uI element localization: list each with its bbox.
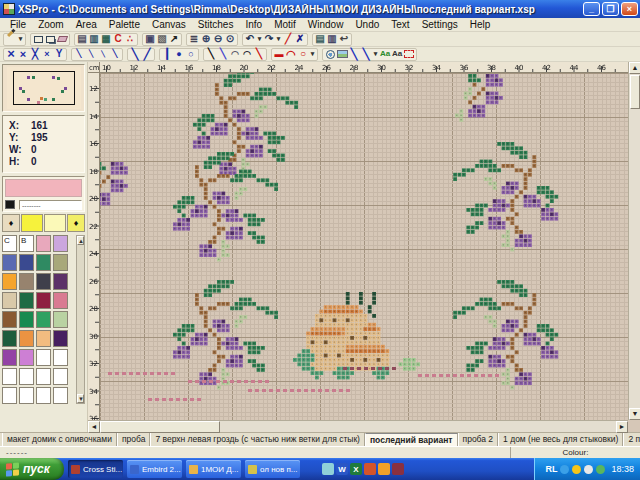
pattern-tab-5[interactable]: 1 дом (не весь для стыковки) <box>498 433 623 446</box>
pattern-repeat-icon[interactable]: ∴ <box>124 33 136 45</box>
menu-item-canvas[interactable]: Canvas <box>146 19 192 30</box>
taskbar-task-3[interactable]: ол нов п... <box>245 460 300 478</box>
vertical-stitch-icon[interactable]: ┃ <box>161 48 173 60</box>
french-knot-filled-icon[interactable]: ● <box>173 48 185 60</box>
palette-swatch-r3c3[interactable] <box>53 292 68 309</box>
palette-swatch-r7c1[interactable] <box>19 368 34 385</box>
fabric-swatch-2[interactable] <box>44 214 66 232</box>
palette-swatch-r5c3[interactable] <box>53 330 68 347</box>
ruler-toggle-icon[interactable]: ≣ <box>188 33 200 45</box>
print-sheet-icon[interactable]: ▧ <box>156 33 168 45</box>
palette-swatch-r6c1[interactable] <box>19 349 34 366</box>
horizontal-scrollbar[interactable]: ◄ ► <box>88 420 628 432</box>
menu-item-info[interactable]: Info <box>239 19 268 30</box>
quarter-stitch-tl-icon[interactable]: ╲ <box>73 48 85 60</box>
menu-item-settings[interactable]: Settings <box>416 19 464 30</box>
half-cross-stitch-icon[interactable]: × <box>17 48 29 60</box>
tray-icon-1[interactable] <box>572 465 581 474</box>
media-app-icon[interactable] <box>392 463 404 475</box>
flip-motif-icon[interactable]: ▦ <box>100 33 112 45</box>
copy-motif-icon[interactable]: ▤ <box>76 33 88 45</box>
palette-swatch-r0c3[interactable] <box>53 235 68 252</box>
backstitch-marked-icon[interactable]: ╲ <box>217 48 229 60</box>
palette-swatch-r1c3[interactable] <box>53 254 68 271</box>
select-rect-tool[interactable] <box>32 33 44 45</box>
full-cross-stitch-icon[interactable]: × <box>5 48 17 60</box>
menu-item-text[interactable]: Text <box>385 19 415 30</box>
marker-dropdown[interactable]: ▾ <box>372 48 379 60</box>
menu-item-stitches[interactable]: Stitches <box>192 19 240 30</box>
maximize-button[interactable]: ❐ <box>602 2 619 16</box>
menu-item-help[interactable]: Help <box>464 19 497 30</box>
pattern-preview[interactable] <box>2 64 85 112</box>
taskbar-task-1[interactable]: Embird 2... <box>127 460 182 478</box>
menu-item-window[interactable]: Window <box>302 19 350 30</box>
thread-code-field[interactable]: -------- <box>19 200 82 210</box>
palette-swatch-r5c1[interactable] <box>19 330 34 347</box>
menu-item-palette[interactable]: Palette <box>103 19 146 30</box>
redo-icon[interactable]: ↷ <box>263 33 275 45</box>
redo-dropdown[interactable]: ▾ <box>275 33 282 45</box>
photoshop-icon[interactable] <box>364 463 376 475</box>
black-colour-swatch[interactable] <box>5 200 15 209</box>
red-circle-icon[interactable]: ○ <box>297 48 309 60</box>
palette-swatch-r4c3[interactable] <box>53 311 68 328</box>
fabric-swatch-1[interactable] <box>21 214 43 232</box>
menu-item-undo[interactable]: Undo <box>349 19 385 30</box>
palette-swatch-r2c1[interactable] <box>19 273 34 290</box>
pattern-tab-1[interactable]: проба <box>117 433 150 446</box>
tray-icon-2[interactable] <box>584 465 593 474</box>
pattern-tab-4[interactable]: проба 2 <box>458 433 499 446</box>
palette-swatch-r1c0[interactable] <box>2 254 17 271</box>
marker-pen-2-icon[interactable]: ╲ <box>360 48 372 60</box>
tray-icon-0[interactable] <box>560 465 569 474</box>
stitch-canvas[interactable] <box>88 62 628 420</box>
bead-outline-icon[interactable]: ○ <box>185 48 197 60</box>
red-shape-dropdown[interactable]: ▾ <box>309 48 316 60</box>
zoom-100-icon[interactable]: ⊙ <box>224 33 236 45</box>
taskbar-task-2[interactable]: 1МОИ Д... <box>186 460 241 478</box>
palette-swatch-r5c2[interactable] <box>36 330 51 347</box>
picture-import[interactable] <box>336 48 348 60</box>
half-fwd-slash-icon[interactable]: ╱ <box>141 48 153 60</box>
pattern-tab-2[interactable]: 7 верхн левая гроздь (с частью ниж ветки… <box>150 433 365 446</box>
quarter-stitch-br-icon[interactable]: ╲ <box>85 48 97 60</box>
pattern-tab-3[interactable]: последний вариант <box>365 433 458 446</box>
menu-item-zoom[interactable]: Zoom <box>32 19 70 30</box>
excel-icon[interactable]: X <box>350 463 362 475</box>
palette-swatch-r1c1[interactable] <box>19 254 34 271</box>
taskbar-task-0[interactable]: Cross Sti... <box>68 460 123 478</box>
red-curve-icon[interactable]: ◠ <box>285 48 297 60</box>
pencil-dropdown[interactable]: ▾ <box>17 33 24 45</box>
palette-swatch-r4c2[interactable] <box>36 311 51 328</box>
scroll-left-icon[interactable]: ◄ <box>88 421 100 433</box>
palette-swatch-r3c1[interactable] <box>19 292 34 309</box>
zoom-in-icon[interactable]: ⊕ <box>200 33 212 45</box>
fabric-swatch-0[interactable]: ♦ <box>2 214 20 232</box>
current-colour-swatch[interactable] <box>5 179 82 197</box>
backstitch-red-icon[interactable]: ╲ <box>253 48 265 60</box>
palette-scroll-down-icon[interactable]: ▼ <box>77 394 84 403</box>
palette-swatch-r8c1[interactable] <box>19 387 34 404</box>
start-button[interactable]: пуск <box>0 458 64 480</box>
three-quarter-stitch-icon[interactable]: Y <box>53 48 65 60</box>
text-tool-green-icon[interactable]: Aa <box>379 48 391 60</box>
menu-item-file[interactable]: File <box>4 19 32 30</box>
vertical-scroll-thumb[interactable] <box>630 75 640 109</box>
palette-swatch-r0c1[interactable]: B <box>19 235 34 252</box>
palette-swatch-r6c0[interactable] <box>2 349 17 366</box>
pencil-tool[interactable] <box>5 33 17 45</box>
new-sheet-icon[interactable]: ▥ <box>326 33 338 45</box>
pointer-arrow-icon[interactable]: ↗ <box>168 33 180 45</box>
scroll-right-icon[interactable]: ► <box>616 421 628 433</box>
palette-swatch-r5c0[interactable] <box>2 330 17 347</box>
zoom-out-icon[interactable]: ⊖ <box>212 33 224 45</box>
rotate-motif-icon[interactable]: C <box>112 33 124 45</box>
palette-swatch-r7c0[interactable] <box>2 368 17 385</box>
minimize-button[interactable]: _ <box>583 2 600 16</box>
palette-swatch-r0c2[interactable] <box>36 235 51 252</box>
curve-stitch-icon[interactable]: ◠ <box>229 48 241 60</box>
show-desktop-icon[interactable] <box>322 463 334 475</box>
undo-dropdown[interactable]: ▾ <box>256 33 263 45</box>
draw-pen-icon[interactable]: ╱ <box>282 33 294 45</box>
